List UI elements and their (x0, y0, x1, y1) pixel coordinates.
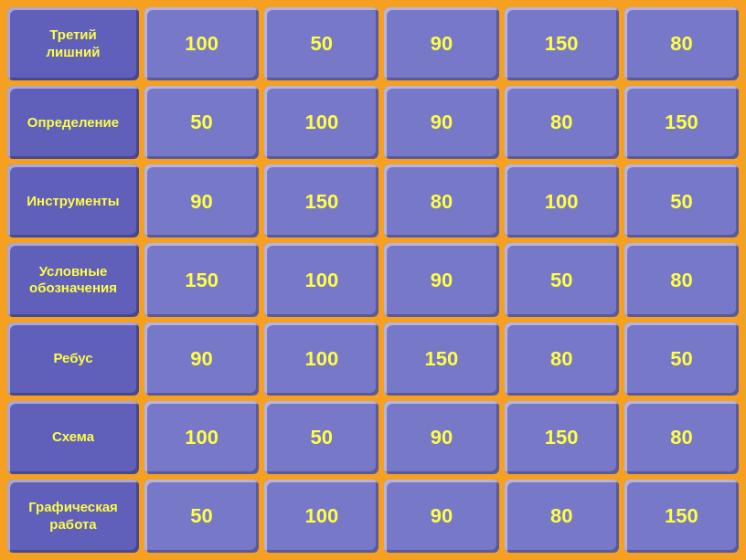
score-cell-r6-c3[interactable]: 80 (505, 480, 619, 553)
score-label-r1-c3: 80 (550, 110, 572, 135)
score-cell-r5-c2[interactable]: 90 (384, 401, 498, 474)
score-label-r1-c0: 50 (190, 110, 212, 135)
score-label-r5-c1: 50 (311, 425, 333, 450)
score-cell-r2-c4[interactable]: 50 (624, 164, 739, 238)
score-cell-r3-c0[interactable]: 150 (144, 243, 259, 316)
score-label-r6-c0: 50 (190, 503, 212, 529)
category-cell-5: Схема (7, 401, 139, 474)
score-cell-r3-c3[interactable]: 50 (505, 243, 619, 316)
category-label-2: Инструменты (27, 193, 119, 210)
score-cell-r4-c0[interactable]: 90 (144, 322, 259, 396)
score-label-r0-c1: 50 (311, 31, 333, 57)
score-cell-r0-c3[interactable]: 150 (505, 7, 619, 80)
score-label-r3-c3: 50 (550, 268, 572, 293)
score-cell-r6-c1[interactable]: 100 (264, 480, 378, 553)
score-label-r2-c1: 150 (304, 189, 338, 215)
score-label-r2-c3: 100 (545, 189, 579, 215)
score-label-r4-c2: 150 (425, 346, 459, 372)
category-label-6: Графическая работа (28, 499, 118, 534)
score-cell-r6-c2[interactable]: 90 (384, 480, 498, 553)
score-cell-r5-c0[interactable]: 100 (144, 401, 259, 474)
score-cell-r0-c4[interactable]: 80 (624, 7, 739, 80)
score-cell-r2-c0[interactable]: 90 (144, 164, 259, 238)
score-cell-r1-c1[interactable]: 100 (264, 86, 378, 159)
score-label-r1-c4: 150 (665, 110, 698, 135)
score-cell-r6-c0[interactable]: 50 (144, 480, 259, 553)
score-label-r4-c4: 50 (670, 346, 692, 372)
score-label-r3-c1: 100 (304, 268, 338, 293)
score-label-r0-c2: 90 (431, 31, 453, 57)
score-label-r6-c4: 150 (665, 503, 698, 529)
score-label-r3-c4: 80 (670, 268, 692, 293)
score-label-r6-c1: 100 (304, 503, 338, 529)
score-label-r4-c3: 80 (550, 346, 572, 372)
score-label-r3-c2: 90 (431, 268, 453, 293)
score-label-r4-c1: 100 (304, 346, 338, 372)
score-cell-r6-c4[interactable]: 150 (624, 480, 739, 553)
game-grid: Третий лишний100509015080Определение5010… (7, 7, 739, 553)
score-cell-r4-c4[interactable]: 50 (624, 322, 739, 396)
score-label-r5-c4: 80 (670, 425, 692, 450)
score-label-r0-c4: 80 (670, 31, 692, 57)
category-cell-4: Ребус (7, 322, 139, 396)
score-label-r2-c0: 90 (190, 189, 212, 215)
score-cell-r1-c3[interactable]: 80 (505, 86, 619, 159)
category-label-3: Условные обозначения (29, 263, 117, 298)
score-cell-r4-c3[interactable]: 80 (505, 322, 619, 396)
score-label-r0-c0: 100 (185, 31, 218, 57)
score-label-r6-c3: 80 (550, 503, 572, 529)
score-cell-r0-c1[interactable]: 50 (264, 7, 378, 80)
score-cell-r5-c3[interactable]: 150 (505, 401, 619, 474)
category-cell-0: Третий лишний (7, 7, 139, 80)
score-cell-r0-c0[interactable]: 100 (144, 7, 259, 80)
score-label-r5-c2: 90 (431, 425, 453, 450)
score-label-r5-c3: 150 (545, 425, 579, 450)
score-cell-r5-c1[interactable]: 50 (264, 401, 378, 474)
score-cell-r1-c0[interactable]: 50 (144, 86, 259, 159)
score-label-r3-c0: 150 (185, 268, 218, 293)
category-label-5: Схема (52, 428, 94, 446)
score-label-r4-c0: 90 (190, 346, 212, 372)
score-cell-r2-c2[interactable]: 80 (384, 164, 498, 238)
score-cell-r3-c2[interactable]: 90 (384, 243, 498, 316)
score-cell-r1-c2[interactable]: 90 (384, 86, 498, 159)
score-cell-r5-c4[interactable]: 80 (624, 401, 739, 474)
score-cell-r4-c1[interactable]: 100 (264, 322, 378, 396)
score-label-r1-c2: 90 (431, 110, 453, 135)
score-cell-r3-c1[interactable]: 100 (264, 243, 378, 316)
score-label-r5-c0: 100 (185, 425, 218, 450)
score-cell-r2-c3[interactable]: 100 (505, 164, 619, 238)
category-label-0: Третий лишний (47, 26, 101, 61)
score-cell-r0-c2[interactable]: 90 (384, 7, 498, 80)
score-label-r6-c2: 90 (431, 503, 453, 529)
category-cell-6: Графическая работа (7, 480, 139, 553)
score-label-r2-c4: 50 (670, 189, 692, 215)
category-label-1: Определение (27, 114, 119, 132)
category-cell-1: Определение (7, 86, 139, 159)
score-cell-r4-c2[interactable]: 150 (384, 322, 498, 396)
score-label-r0-c3: 150 (545, 31, 579, 57)
score-cell-r3-c4[interactable]: 80 (624, 243, 739, 316)
score-label-r1-c1: 100 (304, 110, 338, 135)
category-cell-2: Инструменты (7, 164, 139, 238)
category-cell-3: Условные обозначения (7, 243, 139, 316)
category-label-4: Ребус (53, 350, 92, 367)
score-label-r2-c2: 80 (431, 189, 453, 215)
score-cell-r2-c1[interactable]: 150 (264, 164, 378, 238)
score-cell-r1-c4[interactable]: 150 (624, 86, 739, 159)
